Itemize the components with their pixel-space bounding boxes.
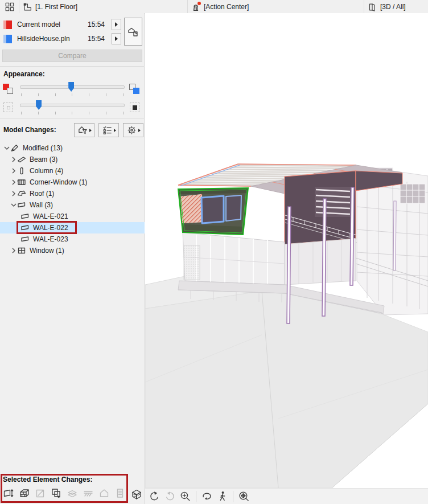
tree-item-wall[interactable]: Wall (3) <box>0 199 145 211</box>
current-model-color-swatch <box>3 21 12 29</box>
compared-model-color-swatch <box>3 35 12 43</box>
axonometry-cube-icon[interactable] <box>130 488 143 501</box>
checkbox-edit-icon[interactable] <box>35 487 46 499</box>
tab-action-center[interactable]: [Action Center] <box>188 0 364 13</box>
slider-thumb[interactable] <box>68 82 74 92</box>
fit-in-window-icon[interactable] <box>238 490 250 502</box>
grid-icon <box>5 2 15 12</box>
style-transfer-icon[interactable] <box>51 487 62 499</box>
change-list-button[interactable] <box>98 123 119 137</box>
divider <box>0 66 145 67</box>
chevron-right-icon[interactable] <box>10 179 17 186</box>
triangle-right-icon <box>114 129 116 132</box>
toolbar-separator <box>233 491 233 502</box>
geometry-change-icon[interactable] <box>3 487 14 499</box>
roof-icon <box>17 190 26 198</box>
slider-ticks <box>21 93 124 97</box>
house-file-icon <box>126 25 140 39</box>
compared-model-options-button[interactable] <box>112 33 121 44</box>
empty-dashed-swatch-icon <box>2 101 16 114</box>
tree-item-corner-window[interactable]: Corner-Window (1) <box>0 177 145 188</box>
tree-item-wal-e-023[interactable]: WAL-E-023 <box>0 233 145 245</box>
tab-overview-button[interactable] <box>0 0 19 13</box>
tree-item-column[interactable]: Column (4) <box>0 165 145 177</box>
layers-icon[interactable] <box>67 487 78 499</box>
chevron-right-icon[interactable] <box>10 247 17 254</box>
tree-item-modified[interactable]: Modified (13) <box>0 142 145 154</box>
house-icon[interactable] <box>98 487 110 499</box>
tree-item-window[interactable]: Window (1) <box>0 245 145 256</box>
view-toolbar <box>145 488 428 504</box>
current-model-options-button[interactable] <box>112 19 121 30</box>
chevron-right-icon[interactable] <box>10 167 17 174</box>
chevron-down-icon[interactable] <box>10 202 17 208</box>
toolbar-separator <box>196 491 196 502</box>
triangle-right-icon <box>115 22 118 27</box>
selected-element-changes-title: Selected Element Changes: <box>3 476 92 483</box>
chevron-down-icon[interactable] <box>3 145 10 151</box>
walk-icon[interactable] <box>216 490 228 502</box>
slider-track[interactable] <box>20 104 125 107</box>
model-row-current[interactable]: Current model 15:54 <box>0 19 109 30</box>
triangle-right-icon <box>89 129 92 132</box>
tree-item-label: Roof (1) <box>30 190 54 198</box>
compare-button[interactable]: Compare <box>2 50 142 62</box>
model-source-button[interactable] <box>124 18 142 46</box>
tree-item-label: WAL-E-022 <box>33 224 68 232</box>
tree-item-wal-e-021[interactable]: WAL-E-021 <box>0 211 145 222</box>
tree-item-label: Corner-Window (1) <box>30 178 87 186</box>
floor-plan-icon <box>22 2 32 12</box>
red-over-gray-swatch-icon <box>2 83 16 96</box>
zoom-in-icon[interactable] <box>179 490 191 502</box>
window-icon <box>17 247 26 255</box>
appearance-slider-row-1 <box>2 80 142 99</box>
redo-icon[interactable] <box>164 490 176 502</box>
model-changes-tree: Modified (13) Beam (3) Column (4) Corner… <box>0 142 145 256</box>
tree-item-wal-e-022-selected[interactable]: WAL-E-022 <box>0 222 145 233</box>
material-change-icon[interactable] <box>19 487 30 499</box>
appearance-title: Appearance: <box>3 70 45 78</box>
chevron-right-icon[interactable] <box>10 190 17 197</box>
slider-thumb[interactable] <box>36 100 42 110</box>
tree-item-label: Modified (13) <box>23 144 63 152</box>
tree-item-label: Beam (3) <box>30 155 57 163</box>
document-icon[interactable] <box>114 487 126 499</box>
filter-elements-button[interactable] <box>74 123 94 137</box>
selected-change-icons <box>3 487 126 499</box>
3d-viewport[interactable] <box>145 13 428 488</box>
settings-button[interactable] <box>123 123 143 137</box>
tree-item-roof[interactable]: Roof (1) <box>0 188 145 199</box>
tab-label: [1. First Floor] <box>35 3 77 11</box>
beam-icon <box>17 155 26 163</box>
comparison-sidebar: Current model 15:54 HillsideHouse.pln 15… <box>0 13 145 504</box>
chevron-right-icon[interactable] <box>10 156 17 163</box>
model-row-compared[interactable]: HillsideHouse.pln 15:54 <box>0 33 109 44</box>
lower-floor-center <box>285 239 356 285</box>
tab-label: [Action Center] <box>204 3 249 11</box>
appearance-slider-row-2 <box>2 99 142 117</box>
checklist-icon <box>102 125 113 136</box>
selected-wall-highlight[interactable] <box>178 188 248 235</box>
tab-3d-all[interactable]: [3D / All] <box>364 0 428 13</box>
undo-icon[interactable] <box>149 490 160 502</box>
hatch-icon[interactable] <box>83 487 94 499</box>
filled-dashed-swatch-icon <box>129 101 142 114</box>
tab-bar: [1. First Floor] [Action Center] [3D / A… <box>0 0 428 14</box>
wall-icon <box>20 224 30 232</box>
tree-item-label: WAL-E-023 <box>33 235 68 243</box>
wall-icon <box>20 212 30 220</box>
tree-item-label: Column (4) <box>30 167 63 175</box>
triangle-right-icon <box>115 36 118 41</box>
lower-floor-glass <box>183 232 285 285</box>
tree-item-label: Window (1) <box>30 247 64 255</box>
tree-item-beam[interactable]: Beam (3) <box>0 154 145 165</box>
tab-label: [3D / All] <box>380 3 406 11</box>
3d-view-icon <box>367 2 377 12</box>
model-changes-title: Model Changes: <box>3 126 56 134</box>
pencil-icon <box>10 144 19 152</box>
wall-icon <box>20 235 30 243</box>
compare-button-label: Compare <box>58 52 86 60</box>
orbit-icon[interactable] <box>201 490 213 502</box>
tab-first-floor[interactable]: [1. First Floor] <box>19 0 188 13</box>
model-name: HillsideHouse.pln <box>17 35 88 43</box>
